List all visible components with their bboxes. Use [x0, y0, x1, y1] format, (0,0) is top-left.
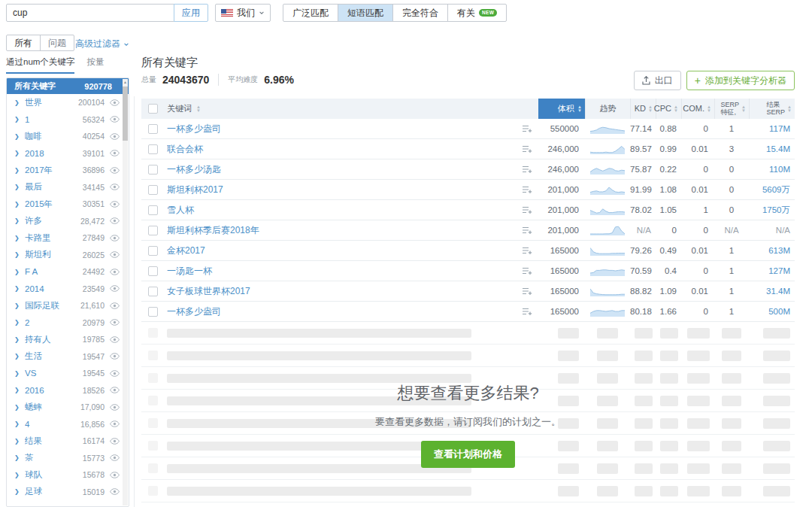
eye-icon[interactable] [110, 420, 120, 427]
eye-icon[interactable] [110, 285, 120, 292]
eye-icon[interactable] [110, 404, 120, 411]
cell-results[interactable]: 127M [749, 266, 795, 275]
row-checkbox[interactable] [148, 307, 158, 317]
eye-icon[interactable] [110, 370, 120, 377]
keyword-link[interactable]: 金杯2017 [167, 244, 522, 257]
tab-by-volume[interactable]: 按量 [86, 56, 104, 74]
sidebar-item-label[interactable]: 2014 [25, 284, 83, 293]
add-to-keyword-analyzer-button[interactable]: + 添加到关键字分析器 [686, 71, 795, 90]
tab-all[interactable]: 所有 [7, 35, 41, 50]
sidebar-keyword-item[interactable]: ❯ 2 20979 [7, 314, 129, 332]
region-dropdown[interactable]: 我们 [215, 4, 271, 22]
sidebar-item-label[interactable]: 2 [25, 318, 83, 327]
sidebar-keyword-item[interactable]: ❯ 世界 200104 [7, 94, 129, 111]
sidebar-keyword-item[interactable]: ❯ 2016 18526 [7, 382, 129, 399]
header-com[interactable]: COM. ▲▼ [681, 99, 714, 119]
add-to-list-icon[interactable] [522, 165, 532, 174]
sidebar-keyword-item[interactable]: ❯ 2015年 30351 [7, 196, 129, 213]
header-results-serp[interactable]: 结果 SERP ▲▼ [749, 99, 795, 119]
row-checkbox[interactable] [148, 144, 158, 154]
tab-broad-match[interactable]: 广泛匹配 [283, 5, 338, 21]
row-checkbox[interactable] [148, 246, 158, 256]
keyword-link[interactable]: 女子板球世界杯2017 [167, 285, 522, 298]
sidebar-list-header[interactable]: 所有关键字 920778 [7, 78, 129, 94]
sidebar-item-label[interactable]: 蟋蟀 [25, 402, 80, 413]
eye-icon[interactable] [110, 251, 120, 258]
eye-icon[interactable] [110, 302, 120, 309]
sidebar-item-label[interactable]: F A [25, 267, 83, 276]
eye-icon[interactable] [110, 167, 120, 174]
sidebar-keyword-item[interactable]: ❯ 卡路里 27849 [7, 229, 129, 247]
header-kd[interactable]: KD ▲▼ [630, 99, 656, 119]
sidebar-item-label[interactable]: 4 [25, 420, 80, 429]
sidebar-keyword-item[interactable]: ❯ 国际足联 21,610 [7, 297, 129, 314]
sidebar-keyword-item[interactable]: ❯ 4 16,856 [7, 416, 129, 433]
add-to-list-icon[interactable] [522, 247, 532, 255]
sidebar-item-label[interactable]: 斯坦利 [25, 249, 83, 260]
sidebar-keyword-item[interactable]: ❯ 2018 39101 [7, 145, 129, 162]
header-keyword[interactable]: 关键词 ▲▼ [164, 99, 538, 119]
keyword-link[interactable]: 斯坦利杯季后赛2018年 [167, 224, 522, 237]
sidebar-keyword-item[interactable]: ❯ 球队 15678 [7, 466, 129, 484]
sidebar-item-label[interactable]: VS [25, 369, 83, 378]
eye-icon[interactable] [110, 472, 120, 478]
add-to-list-icon[interactable] [522, 125, 532, 133]
row-checkbox[interactable] [148, 185, 158, 195]
sidebar-keyword-item[interactable]: ❯ 咖啡 40254 [7, 128, 129, 145]
row-checkbox[interactable] [148, 205, 158, 215]
sidebar-item-label[interactable]: 2015年 [25, 199, 83, 210]
eye-icon[interactable] [110, 99, 120, 106]
sidebar-item-label[interactable]: 世界 [25, 97, 78, 108]
cell-results[interactable]: 31.4M [749, 287, 795, 296]
sidebar-item-label[interactable]: 持有人 [25, 334, 83, 345]
tab-phrase-match[interactable]: 短语匹配 [338, 5, 393, 21]
eye-icon[interactable] [110, 454, 120, 461]
tab-exact-match[interactable]: 完全符合 [393, 5, 448, 21]
sidebar-keyword-item[interactable]: ❯ 蟋蟀 17,090 [7, 399, 129, 416]
keyword-link[interactable]: 一杯多少汤匙 [167, 163, 522, 176]
add-to-list-icon[interactable] [522, 267, 532, 275]
sidebar-keyword-item[interactable]: ❯ 许多 28,472 [7, 213, 129, 230]
sidebar-scrollbar[interactable]: ▲ [123, 79, 128, 505]
sidebar-item-label[interactable]: 1 [25, 115, 83, 124]
sidebar-keyword-item[interactable]: ❯ 1 56324 [7, 111, 129, 129]
sidebar-keyword-item[interactable]: ❯ 2014 23549 [7, 281, 129, 298]
eye-icon[interactable] [110, 217, 120, 224]
eye-icon[interactable] [110, 269, 120, 275]
keyword-link[interactable]: 斯坦利杯2017 [167, 184, 522, 196]
eye-icon[interactable] [110, 150, 120, 156]
add-to-list-icon[interactable] [522, 206, 532, 214]
sidebar-item-label[interactable]: 国际足联 [25, 300, 80, 311]
sidebar-keyword-item[interactable]: ❯ 足球 15019 [7, 484, 129, 501]
header-serp-features[interactable]: SERP 特征, ▲▼ [714, 99, 749, 119]
eye-icon[interactable] [110, 201, 120, 208]
sidebar-item-label[interactable]: 生活 [25, 351, 83, 362]
eye-icon[interactable] [110, 438, 120, 445]
sidebar-item-label[interactable]: 许多 [25, 215, 80, 226]
keyword-link[interactable]: 一汤匙一杯 [167, 265, 522, 278]
tab-related[interactable]: 有关 NEW [448, 5, 506, 21]
cell-results[interactable]: N/A [749, 226, 795, 235]
view-plans-button[interactable]: 查看计划和价格 [421, 441, 515, 468]
sidebar-keyword-item[interactable]: ❯ 结果 16174 [7, 433, 129, 450]
add-to-list-icon[interactable] [522, 287, 532, 296]
sidebar-item-label[interactable]: 2016 [25, 386, 83, 395]
sidebar-item-label[interactable]: 卡路里 [25, 232, 83, 244]
row-checkbox[interactable] [148, 226, 158, 235]
sidebar-keyword-item[interactable]: ❯ VS 19545 [7, 365, 129, 382]
header-cpc[interactable]: CPC ▲▼ [656, 99, 681, 119]
eye-icon[interactable] [110, 235, 120, 241]
keyword-link[interactable]: 一杯多少盎司 [167, 123, 522, 135]
scrollbar-thumb[interactable] [123, 87, 128, 141]
select-all-checkbox[interactable] [148, 104, 158, 114]
keyword-link[interactable]: 一杯多少盎司 [167, 305, 522, 318]
eye-icon[interactable] [110, 133, 120, 140]
sidebar-keyword-item[interactable]: ❯ 斯坦利 26025 [7, 247, 129, 264]
eye-icon[interactable] [110, 387, 120, 393]
sidebar-keyword-item[interactable]: ❯ 2017年 36896 [7, 162, 129, 179]
row-checkbox[interactable] [148, 266, 158, 276]
eye-icon[interactable] [110, 319, 120, 326]
cell-results[interactable]: 110M [749, 165, 795, 174]
row-checkbox[interactable] [148, 287, 158, 296]
add-to-list-icon[interactable] [522, 308, 532, 316]
